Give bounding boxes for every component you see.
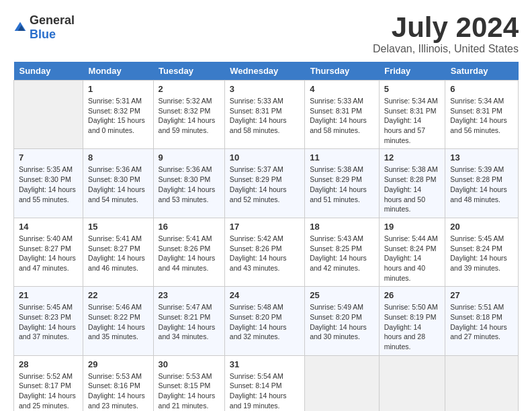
calendar-cell [305,355,380,411]
day-info: Sunrise: 5:38 AMSunset: 8:29 PMDaylight:… [310,165,374,204]
calendar-cell: 26Sunrise: 5:50 AMSunset: 8:19 PMDayligh… [379,287,445,355]
day-number: 21 [19,290,78,300]
day-number: 7 [19,152,78,163]
calendar-cell: 16Sunrise: 5:41 AMSunset: 8:26 PMDayligh… [153,218,224,286]
calendar-cell: 21Sunrise: 5:45 AMSunset: 8:23 PMDayligh… [14,287,83,355]
day-info: Sunrise: 5:34 AMSunset: 8:31 PMDaylight:… [450,96,513,136]
calendar-table: SundayMondayTuesdayWednesdayThursdayFrid… [13,62,519,411]
day-info: Sunrise: 5:50 AMSunset: 8:19 PMDaylight:… [384,302,440,351]
day-info: Sunrise: 5:38 AMSunset: 8:28 PMDaylight:… [384,165,440,214]
calendar-cell: 8Sunrise: 5:36 AMSunset: 8:30 PMDaylight… [83,149,154,218]
week-row-4: 21Sunrise: 5:45 AMSunset: 8:23 PMDayligh… [14,287,519,355]
logo-icon [13,21,27,34]
calendar-cell: 7Sunrise: 5:35 AMSunset: 8:30 PMDaylight… [14,149,83,218]
day-info: Sunrise: 5:39 AMSunset: 8:28 PMDaylight:… [450,165,513,204]
calendar-cell: 4Sunrise: 5:33 AMSunset: 8:31 PMDaylight… [305,81,380,149]
calendar-cell: 9Sunrise: 5:36 AMSunset: 8:30 PMDaylight… [153,149,224,218]
day-number: 14 [19,222,78,232]
day-info: Sunrise: 5:44 AMSunset: 8:24 PMDaylight:… [384,234,440,283]
weekday-header-friday: Friday [379,62,445,81]
logo-general: General [30,13,75,27]
calendar-cell: 30Sunrise: 5:53 AMSunset: 8:15 PMDayligh… [153,355,224,411]
calendar-cell: 24Sunrise: 5:48 AMSunset: 8:20 PMDayligh… [224,287,304,355]
logo-text: General Blue [30,13,75,42]
calendar-cell: 23Sunrise: 5:47 AMSunset: 8:21 PMDayligh… [153,287,224,355]
week-row-5: 28Sunrise: 5:52 AMSunset: 8:17 PMDayligh… [14,355,519,411]
location-title: Delavan, Illinois, United States [373,43,519,55]
day-number: 29 [88,359,148,369]
weekday-header-thursday: Thursday [305,62,380,81]
day-info: Sunrise: 5:47 AMSunset: 8:21 PMDaylight:… [159,302,220,342]
calendar-cell: 25Sunrise: 5:49 AMSunset: 8:20 PMDayligh… [305,287,380,355]
calendar-cell: 3Sunrise: 5:33 AMSunset: 8:31 PMDaylight… [224,81,304,149]
day-number: 1 [88,84,148,94]
calendar-cell: 27Sunrise: 5:51 AMSunset: 8:18 PMDayligh… [445,287,519,355]
day-number: 4 [310,84,374,94]
day-info: Sunrise: 5:33 AMSunset: 8:31 PMDaylight:… [230,96,300,136]
weekday-header-tuesday: Tuesday [153,62,224,81]
calendar-cell: 13Sunrise: 5:39 AMSunset: 8:28 PMDayligh… [445,149,519,218]
weekday-header-wednesday: Wednesday [224,62,304,81]
day-info: Sunrise: 5:51 AMSunset: 8:18 PMDaylight:… [450,302,513,342]
calendar-cell: 11Sunrise: 5:38 AMSunset: 8:29 PMDayligh… [305,149,380,218]
day-number: 23 [159,290,220,300]
logo-blue: Blue [30,28,56,41]
day-info: Sunrise: 5:41 AMSunset: 8:27 PMDaylight:… [88,234,148,273]
calendar-cell [379,355,445,411]
day-number: 6 [450,84,513,94]
day-number: 20 [450,222,513,232]
day-number: 25 [310,290,374,300]
day-info: Sunrise: 5:31 AMSunset: 8:32 PMDaylight:… [88,96,148,136]
calendar-cell: 19Sunrise: 5:44 AMSunset: 8:24 PMDayligh… [379,218,445,286]
calendar-cell: 1Sunrise: 5:31 AMSunset: 8:32 PMDaylight… [83,81,154,149]
day-number: 11 [310,152,374,163]
day-number: 3 [230,84,300,94]
day-info: Sunrise: 5:36 AMSunset: 8:30 PMDaylight:… [88,165,148,204]
calendar-cell: 22Sunrise: 5:46 AMSunset: 8:22 PMDayligh… [83,287,154,355]
day-number: 24 [230,290,300,300]
day-info: Sunrise: 5:48 AMSunset: 8:20 PMDaylight:… [230,302,300,342]
calendar-cell: 28Sunrise: 5:52 AMSunset: 8:17 PMDayligh… [14,355,83,411]
day-number: 16 [159,222,220,232]
calendar-cell: 10Sunrise: 5:37 AMSunset: 8:29 PMDayligh… [224,149,304,218]
day-info: Sunrise: 5:37 AMSunset: 8:29 PMDaylight:… [230,165,300,204]
day-number: 28 [19,359,78,369]
day-number: 30 [159,359,220,369]
week-row-1: 1Sunrise: 5:31 AMSunset: 8:32 PMDaylight… [14,81,519,149]
day-info: Sunrise: 5:49 AMSunset: 8:20 PMDaylight:… [310,302,374,342]
calendar-cell: 12Sunrise: 5:38 AMSunset: 8:28 PMDayligh… [379,149,445,218]
day-number: 18 [310,222,374,232]
day-info: Sunrise: 5:45 AMSunset: 8:23 PMDaylight:… [19,302,78,342]
calendar-cell: 31Sunrise: 5:54 AMSunset: 8:14 PMDayligh… [224,355,304,411]
calendar-cell [445,355,519,411]
day-number: 26 [384,290,440,300]
day-number: 9 [159,152,220,163]
calendar-cell: 29Sunrise: 5:53 AMSunset: 8:16 PMDayligh… [83,355,154,411]
page-header: General Blue July 2024 Delavan, Illinois… [13,13,519,55]
calendar-cell: 18Sunrise: 5:43 AMSunset: 8:25 PMDayligh… [305,218,380,286]
day-info: Sunrise: 5:33 AMSunset: 8:31 PMDaylight:… [310,96,374,136]
day-info: Sunrise: 5:41 AMSunset: 8:26 PMDaylight:… [159,234,220,273]
weekday-header-sunday: Sunday [14,62,83,81]
day-info: Sunrise: 5:53 AMSunset: 8:16 PMDaylight:… [88,371,148,411]
day-info: Sunrise: 5:52 AMSunset: 8:17 PMDaylight:… [19,371,78,411]
calendar-cell: 20Sunrise: 5:45 AMSunset: 8:24 PMDayligh… [445,218,519,286]
day-number: 27 [450,290,513,300]
calendar-cell: 17Sunrise: 5:42 AMSunset: 8:26 PMDayligh… [224,218,304,286]
day-info: Sunrise: 5:45 AMSunset: 8:24 PMDaylight:… [450,234,513,273]
calendar-cell: 6Sunrise: 5:34 AMSunset: 8:31 PMDaylight… [445,81,519,149]
day-info: Sunrise: 5:46 AMSunset: 8:22 PMDaylight:… [88,302,148,342]
day-number: 2 [159,84,220,94]
day-info: Sunrise: 5:34 AMSunset: 8:31 PMDaylight:… [384,96,440,145]
weekday-header-monday: Monday [83,62,154,81]
day-number: 17 [230,222,300,232]
calendar-cell: 5Sunrise: 5:34 AMSunset: 8:31 PMDaylight… [379,81,445,149]
week-row-3: 14Sunrise: 5:40 AMSunset: 8:27 PMDayligh… [14,218,519,286]
day-info: Sunrise: 5:32 AMSunset: 8:32 PMDaylight:… [159,96,220,136]
logo: General Blue [13,13,75,42]
day-info: Sunrise: 5:43 AMSunset: 8:25 PMDaylight:… [310,234,374,273]
day-number: 15 [88,222,148,232]
week-row-2: 7Sunrise: 5:35 AMSunset: 8:30 PMDaylight… [14,149,519,218]
day-info: Sunrise: 5:40 AMSunset: 8:27 PMDaylight:… [19,234,78,273]
calendar-cell: 15Sunrise: 5:41 AMSunset: 8:27 PMDayligh… [83,218,154,286]
